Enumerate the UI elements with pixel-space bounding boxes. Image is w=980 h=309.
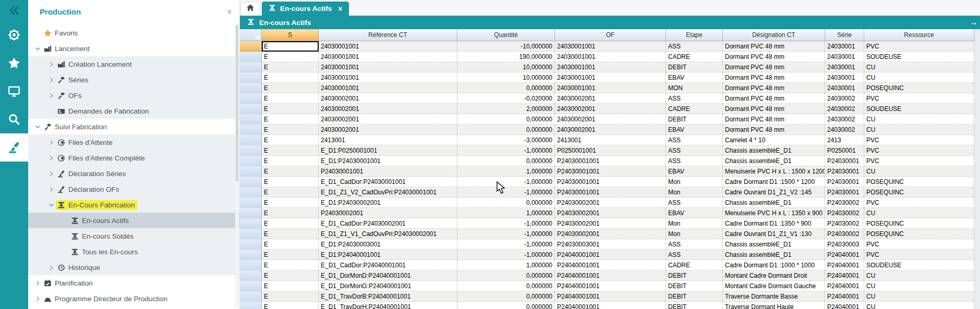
cell-of[interactable]: P24030001001 bbox=[555, 187, 666, 197]
cell-s[interactable]: E bbox=[262, 197, 319, 208]
cell-eta[interactable]: Mon bbox=[666, 177, 723, 187]
cell-ref[interactable]: 24030001001 bbox=[319, 72, 457, 83]
cell-des[interactable]: Chassis assembléE_D1 bbox=[723, 197, 825, 208]
cell-eta[interactable]: DEBIT bbox=[666, 291, 723, 302]
row-header[interactable] bbox=[240, 260, 262, 270]
cell-ref[interactable]: 24030002001 bbox=[319, 125, 457, 135]
cell-of[interactable]: P24030003001 bbox=[555, 239, 666, 250]
chevron-down-icon[interactable] bbox=[33, 46, 42, 52]
cell-qty[interactable]: 2,000000 bbox=[457, 104, 555, 114]
column-header-serie[interactable]: Série bbox=[825, 29, 864, 41]
cell-res[interactable]: CU bbox=[864, 72, 974, 83]
table-row[interactable]: EE_D1:P24030003001-1,000000P24030003001A… bbox=[240, 239, 980, 250]
cell-res[interactable]: PVC bbox=[864, 156, 974, 166]
table-row[interactable]: EE_D1_CadDor:P24030001001-1,000000P24030… bbox=[240, 177, 980, 187]
cell-qty[interactable]: 0,000000 bbox=[457, 156, 555, 166]
sidebar-item-suivi-fabrication[interactable]: Suivi Fabrication bbox=[28, 119, 239, 134]
cell-ser[interactable]: P24030001 bbox=[825, 187, 864, 197]
cell-s[interactable]: E bbox=[262, 62, 319, 72]
cell-of[interactable]: 24030001001 bbox=[555, 52, 666, 62]
cell-res[interactable]: POSEQUINC bbox=[864, 218, 974, 229]
cell-ser[interactable]: P24030002 bbox=[825, 229, 864, 239]
cell-des[interactable]: Menuiserie PVC H x L : 1350 x 900 bbox=[723, 208, 825, 218]
cell-qty[interactable]: -1,000000 bbox=[457, 250, 555, 260]
cell-qty[interactable]: -3,000000 bbox=[457, 135, 555, 145]
cell-res[interactable]: CU bbox=[864, 302, 974, 309]
sidebar-item-en-cours-actifs[interactable]: En-cours Actifs bbox=[28, 213, 239, 228]
row-header[interactable] bbox=[240, 302, 262, 309]
cell-ser[interactable]: 2413 bbox=[825, 135, 864, 145]
cell-eta[interactable]: ASS bbox=[666, 239, 723, 250]
rail-item-search[interactable] bbox=[0, 105, 28, 133]
sidebar-item-tous-les-en-cours[interactable]: Tous les En-cours bbox=[28, 244, 239, 259]
table-row[interactable]: EP240300010011,000000P24030001001EBAVMen… bbox=[240, 166, 980, 177]
cell-of[interactable]: 24030001001 bbox=[555, 83, 666, 93]
cell-qty[interactable]: 0,000000 bbox=[457, 197, 555, 208]
cell-eta[interactable]: MON bbox=[666, 83, 723, 93]
cell-s[interactable]: E bbox=[262, 208, 319, 218]
cell-ref[interactable]: P24030002001 bbox=[319, 208, 457, 218]
table-row[interactable]: E240300010010,00000024030001001MONDorman… bbox=[240, 83, 980, 93]
sidebar-close-icon[interactable]: × bbox=[227, 7, 232, 16]
sidebar-item-en-cours-soldes[interactable]: En-cours Soldés bbox=[28, 228, 239, 244]
table-row[interactable]: EE_D1_CadDor:P24030002001-1,000000P24030… bbox=[240, 218, 980, 229]
select-all-corner[interactable] bbox=[240, 29, 262, 41]
column-header-quantite[interactable]: Quantité bbox=[457, 29, 555, 41]
cell-qty[interactable]: -1,000000 bbox=[457, 218, 555, 229]
column-header-reference-ct[interactable]: Référence CT bbox=[319, 29, 457, 41]
cell-ref[interactable]: E_D1_Z1_V2_CadOuvPri:P24030001001 bbox=[319, 187, 457, 197]
cell-ref[interactable]: 24030002001 bbox=[319, 104, 457, 114]
row-header[interactable] bbox=[240, 166, 262, 177]
cell-res[interactable]: POSEQUINC bbox=[864, 187, 974, 197]
cell-res[interactable]: CU bbox=[864, 166, 974, 177]
table-row[interactable]: E24030001001190,00000024030001001CADREDo… bbox=[240, 52, 980, 62]
cell-res[interactable]: PVC bbox=[864, 41, 974, 52]
chevron-right-icon[interactable] bbox=[47, 77, 56, 83]
rail-item-monitor[interactable] bbox=[0, 77, 28, 105]
cell-ref[interactable]: E_D1_CadDor:P24040001001 bbox=[319, 260, 457, 270]
cell-ref[interactable]: E_D1:P24030002001 bbox=[319, 197, 457, 208]
cell-ref[interactable]: E_D1_DorMonG:P24040001001 bbox=[319, 281, 457, 291]
cell-ser[interactable]: P24040001 bbox=[825, 302, 864, 309]
table-row[interactable]: EE_D1_Z1_V2_CadOuvPri:P24030001001-1,000… bbox=[240, 187, 980, 197]
table-row[interactable]: EE_D1_TravDorH:P240400010010,000000P2404… bbox=[240, 302, 980, 309]
cell-s[interactable]: E bbox=[262, 93, 319, 104]
cell-of[interactable]: 2413001 bbox=[555, 135, 666, 145]
cell-res[interactable]: PVC bbox=[864, 250, 974, 260]
row-header[interactable] bbox=[240, 197, 262, 208]
chevron-right-icon[interactable] bbox=[47, 265, 56, 270]
cell-eta[interactable]: Mon bbox=[666, 229, 723, 239]
chevron-down-icon[interactable] bbox=[33, 124, 42, 130]
cell-qty[interactable]: 1,000000 bbox=[457, 208, 555, 218]
cell-of[interactable]: 24030002001 bbox=[555, 125, 666, 135]
cell-res[interactable]: CU bbox=[864, 281, 974, 291]
cell-s[interactable]: E bbox=[262, 239, 319, 250]
table-row[interactable]: E24030002001-0,02000024030002001ASSDorma… bbox=[240, 93, 980, 104]
chevron-down-icon[interactable] bbox=[47, 202, 56, 208]
table-row[interactable]: EE_D1_TravDorB:P240400010010,000000P2404… bbox=[240, 291, 980, 302]
cell-ser[interactable]: P24030001 bbox=[825, 166, 864, 177]
rail-item-robot-arm[interactable] bbox=[0, 133, 28, 162]
table-row[interactable]: E24030001001-10,00000024030001001ASSDorm… bbox=[240, 41, 980, 52]
cell-ref[interactable]: 24030001001 bbox=[319, 41, 457, 52]
cell-ser[interactable]: 24030002 bbox=[825, 93, 864, 104]
cell-qty[interactable]: -1,000000 bbox=[457, 239, 555, 250]
cell-eta[interactable]: DEBIT bbox=[666, 302, 723, 309]
table-row[interactable]: EE_D1_DorMonD:P240400010010,000000P24040… bbox=[240, 270, 980, 281]
cell-res[interactable]: SOUDEUSE bbox=[864, 104, 974, 114]
tab-home[interactable] bbox=[240, 2, 260, 16]
cell-of[interactable]: P24040001001 bbox=[555, 250, 666, 260]
row-header[interactable] bbox=[240, 83, 262, 93]
cell-ref[interactable]: E_D1_CadDor:P24030001001 bbox=[319, 177, 457, 187]
table-row[interactable]: E2403000100110,00000024030001001EBAVDorm… bbox=[240, 72, 980, 83]
cell-s[interactable]: E bbox=[262, 187, 319, 197]
row-header[interactable] bbox=[240, 93, 262, 104]
cell-des[interactable]: Dormant PVC 48 mm bbox=[723, 72, 825, 83]
sidebar-item-ofs[interactable]: OFs bbox=[28, 88, 239, 103]
table-row[interactable]: E2413001-3,0000002413001ASSCarrelet 4 * … bbox=[240, 135, 980, 145]
cell-ref[interactable]: 24030002001 bbox=[319, 114, 457, 125]
cell-ref[interactable]: E_D1_TravDorH:P24040001001 bbox=[319, 302, 457, 309]
cell-des[interactable]: Chassis assembléE_D1 bbox=[723, 145, 825, 156]
cell-eta[interactable]: DEBIT bbox=[666, 62, 723, 72]
cell-eta[interactable]: ASS bbox=[666, 145, 723, 156]
